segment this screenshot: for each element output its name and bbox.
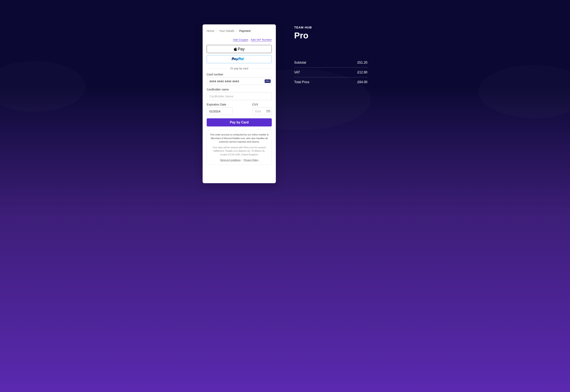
- chevron-right-icon: ›: [236, 29, 237, 32]
- apple-logo-icon: [234, 47, 237, 51]
- expiration-date-input[interactable]: [207, 107, 233, 115]
- summary-vat-row: VAT £12.80: [294, 68, 367, 77]
- paypal-logo-icon: [231, 57, 248, 61]
- paypal-button[interactable]: [207, 55, 272, 63]
- summary-eyebrow: TEAM HUB: [294, 26, 367, 29]
- privacy-policy-link[interactable]: Privacy Policy: [244, 159, 258, 161]
- coupon-vat-links: Add Coupon Add VAT Number: [207, 38, 272, 42]
- legal-box: This order process is conducted by our o…: [207, 130, 272, 165]
- add-vat-number-link[interactable]: Add VAT Number: [251, 38, 272, 42]
- legal-separator: |: [242, 159, 242, 161]
- legal-text-merchant: This order process is conducted by our o…: [210, 133, 269, 143]
- terms-and-conditions-link[interactable]: Terms & Conditions: [220, 159, 241, 161]
- divider-label: Or pay by card: [230, 67, 248, 70]
- card-back-icon: [267, 110, 270, 113]
- subtotal-value: £51.20: [357, 61, 367, 64]
- order-summary: TEAM HUB Pro Subtotal £51.20 VAT £12.80 …: [294, 24, 367, 87]
- summary-plan-name: Pro: [294, 31, 367, 41]
- legal-text-data: Your data will be shared with Pitch.com …: [210, 146, 269, 156]
- breadcrumb-home[interactable]: Home: [207, 29, 214, 32]
- vat-label: VAT: [294, 70, 300, 74]
- cardholder-name-label: Cardholder name: [207, 88, 272, 91]
- cvv-label: CVV: [252, 103, 272, 106]
- apple-pay-button[interactable]: Pay: [207, 45, 272, 53]
- apple-pay-label: Pay: [238, 47, 244, 51]
- breadcrumb-payment: Payment: [239, 29, 250, 32]
- add-coupon-link[interactable]: Add Coupon: [233, 38, 248, 42]
- card-brand-badge: VISA: [265, 80, 271, 83]
- breadcrumb: Home › Your Details › Payment: [207, 29, 272, 32]
- cardholder-name-input[interactable]: [207, 92, 272, 100]
- pay-by-card-button[interactable]: Pay by Card: [207, 118, 272, 126]
- checkout-card: Home › Your Details › Payment Add Coupon…: [203, 24, 276, 183]
- card-number-input[interactable]: [207, 77, 272, 85]
- pay-by-card-divider: Or pay by card: [207, 67, 272, 70]
- total-price-label: Total Price: [294, 80, 309, 84]
- subtotal-label: Subtotal: [294, 61, 306, 64]
- summary-subtotal-row: Subtotal £51.20: [294, 58, 367, 68]
- expiration-date-label: Expiration Date: [207, 103, 233, 106]
- vat-value: £12.80: [357, 70, 367, 74]
- card-number-label: Card number: [207, 73, 272, 76]
- summary-total-row: Total Price £64.00: [294, 77, 367, 87]
- total-price-value: £64.00: [357, 80, 367, 84]
- breadcrumb-your-details[interactable]: Your Details: [219, 29, 234, 32]
- chevron-right-icon: ›: [216, 29, 217, 32]
